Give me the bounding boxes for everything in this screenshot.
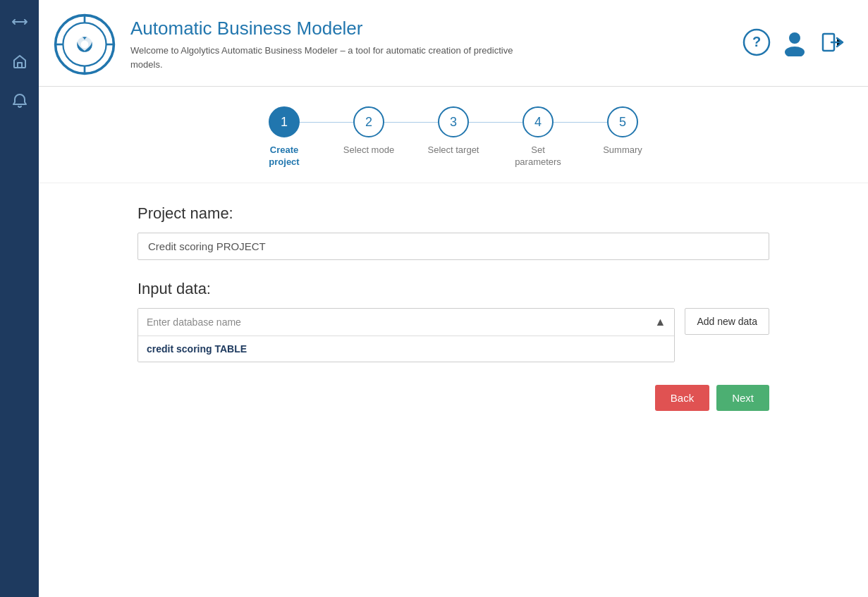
step-4-circle: 4 [522,106,554,137]
step-5-circle: 5 [607,106,638,137]
next-button[interactable]: Next [716,385,769,411]
wizard-step-2[interactable]: 2 Select mode [326,106,411,156]
svg-text:?: ? [752,34,761,49]
dropdown-arrow-icon: ▲ [655,316,666,328]
app-logo [53,13,116,76]
svg-point-11 [785,47,805,56]
wizard-step-4[interactable]: 4 Setparameters [496,106,580,168]
help-icon[interactable]: ? [742,28,771,61]
step-3-circle: 3 [438,106,469,137]
svg-point-10 [789,32,800,44]
bottom-actions: Back Next [137,385,769,411]
step-3-label: Select target [428,144,479,156]
home-icon[interactable] [6,48,33,75]
database-row: Enter database name ▲ credit scoring TAB… [137,308,769,362]
dropdown-item-credit-scoring[interactable]: credit scoring TABLE [138,336,674,362]
notifications-icon[interactable] [6,87,33,114]
logout-icon[interactable] [819,28,847,61]
input-data-label: Input data: [137,280,769,298]
input-data-section: Input data: Enter database name ▲ credit… [137,280,769,362]
header-text-block: Automatic Business Modeler Welcome to Al… [130,18,728,71]
step-2-circle: 2 [353,106,384,137]
project-name-input[interactable] [137,233,769,260]
main-content: Automatic Business Modeler Welcome to Al… [39,0,868,597]
sidebar [0,0,39,597]
arrows-icon[interactable] [6,8,33,35]
step-1-circle: 1 [269,106,300,137]
back-button[interactable]: Back [655,385,709,411]
add-new-data-button[interactable]: Add new data [685,308,769,335]
wizard-step-5[interactable]: 5 Summary [580,106,665,156]
wizard-step-1[interactable]: 1 Createproject [242,106,326,168]
app-title: Automatic Business Modeler [130,18,728,39]
dropdown-placeholder: Enter database name [147,316,655,328]
wizard-step-3[interactable]: 3 Select target [411,106,496,156]
database-dropdown[interactable]: Enter database name ▲ credit scoring TAB… [137,308,675,362]
step-5-label: Summary [603,144,642,156]
step-1-label: Createproject [269,144,299,168]
wizard-steps: 1 Createproject 2 Select mode 3 Select t… [39,87,868,183]
app-subtitle: Welcome to Algolytics Automatic Business… [130,44,525,71]
step-2-label: Select mode [343,144,394,156]
step-4-label: Setparameters [515,144,561,168]
header-actions: ? [742,28,847,61]
project-name-label: Project name: [137,204,769,223]
user-profile-icon[interactable] [781,28,809,61]
content-area: Project name: Input data: Enter database… [39,190,868,432]
header: Automatic Business Modeler Welcome to Al… [39,0,868,87]
dropdown-header[interactable]: Enter database name ▲ [138,309,674,336]
